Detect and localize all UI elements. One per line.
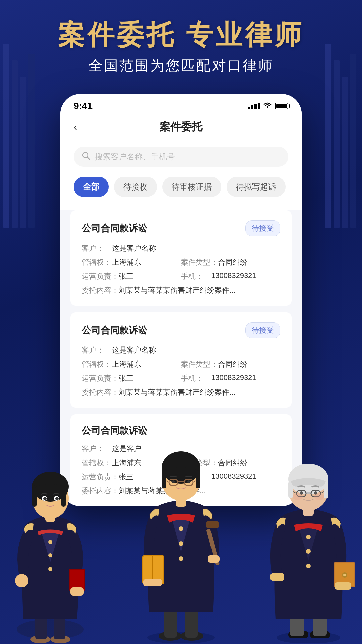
card-header-1: 公司合同款诉讼 待接受 [82, 220, 280, 236]
casetype-value-2: 合同纠纷 [218, 359, 247, 369]
casetype-pair-2: 案件类型： 合同纠纷 [181, 359, 280, 369]
case-card-1[interactable]: 公司合同款诉讼 待接受 客户： 这是客户名称 管辖权： 上海浦东 案件类型： 合… [70, 210, 292, 306]
phone-pair-3: 手机： 13008329321 [181, 472, 280, 482]
card-content-row-1: 委托内容： 刘某某与蒋某某伤害财产纠纷案件... [82, 285, 280, 296]
search-container: 搜索客户名称、手机号 [60, 140, 302, 173]
card-header-3: 公司合同款诉讼 [82, 424, 280, 437]
customer-value-1: 这是客户名称 [112, 243, 156, 253]
phone-pair-2: 手机： 13008329321 [181, 373, 280, 383]
jurisdiction-pair-2: 管辖权： 上海浦东 [82, 359, 181, 369]
svg-rect-1 [12, 60, 18, 228]
content-value-1: 刘某某与蒋某某伤害财产纠纷案件... [119, 285, 235, 296]
tab-pending-draft-label: 待拟写起诉 [236, 182, 276, 191]
tab-pending-receive[interactable]: 待接收 [114, 177, 157, 197]
header-section: 案件委托 专业律师 全国范围为您匹配对口律师 [0, 0, 362, 75]
content-label-3: 委托内容： [82, 486, 119, 496]
operator-value-1: 张三 [119, 271, 133, 281]
customer-label-1: 客户： [82, 243, 112, 253]
svg-line-10 [87, 157, 90, 159]
status-badge-2: 待接受 [245, 322, 280, 338]
casetype-value-3: 合同纠纷 [218, 458, 247, 468]
tabs-container: 全部 待接收 待审核证据 待拟写起诉 [60, 173, 302, 204]
status-bar: 9:41 [60, 94, 302, 115]
jurisdiction-pair-1: 管辖权： 上海浦东 [82, 257, 181, 267]
svg-rect-2 [20, 77, 26, 228]
card-row-pair-1: 管辖权： 上海浦东 案件类型： 合同纠纷 [82, 257, 280, 267]
content-label-1: 委托内容： [82, 285, 119, 296]
phone-mockup: 9:41 [60, 94, 302, 506]
operator-label-2: 运营负责： [82, 373, 119, 383]
card-title-2: 公司合同款诉讼 [82, 324, 147, 337]
card-row-pair-2: 管辖权： 上海浦东 案件类型： 合同纠纷 [82, 359, 280, 369]
phone-label-3: 手机： [181, 472, 211, 482]
operator-pair-1: 运营负责： 张三 [82, 271, 181, 281]
operator-label-3: 运营负责： [82, 472, 119, 482]
tab-all[interactable]: 全部 [74, 177, 109, 197]
back-button[interactable]: ‹ [74, 121, 90, 133]
jurisdiction-label-1: 管辖权： [82, 257, 112, 267]
phone-value-3: 13008329321 [211, 472, 256, 482]
signal-bar-1 [248, 107, 250, 109]
operator-label-1: 运营负责： [82, 271, 119, 281]
search-bar[interactable]: 搜索客户名称、手机号 [74, 147, 288, 167]
content-value-2: 刘某某与蒋某某伤害财产纠纷案件... [119, 387, 235, 397]
signal-bars-icon [248, 103, 260, 109]
customer-label-2: 客户： [82, 345, 112, 355]
sub-title: 全国范围为您匹配对口律师 [0, 56, 362, 75]
battery-icon [275, 103, 288, 109]
customer-label-3: 客户： [82, 444, 112, 454]
nav-title: 案件委托 [90, 120, 272, 135]
jurisdiction-label-2: 管辖权： [82, 359, 112, 369]
svg-rect-7 [350, 54, 356, 228]
casetype-value-1: 合同纠纷 [218, 257, 247, 267]
card-header-2: 公司合同款诉讼 待接受 [82, 322, 280, 338]
case-card-2[interactable]: 公司合同款诉讼 待接受 客户： 这是客户名称 管辖权： 上海浦东 案件类型： 合… [70, 312, 292, 408]
jurisdiction-label-3: 管辖权： [82, 458, 112, 468]
card-title-3: 公司合同款诉讼 [82, 424, 147, 437]
card-row-customer-2: 客户： 这是客户名称 [82, 345, 280, 355]
operator-pair-3: 运营负责： 张三 [82, 472, 181, 482]
card-row-pair-op-1: 运营负责： 张三 手机： 13008329321 [82, 271, 280, 281]
jurisdiction-value-1: 上海浦东 [112, 257, 141, 267]
jurisdiction-pair-3: 管辖权： 上海浦东 [82, 458, 181, 468]
tab-pending-receive-label: 待接收 [123, 182, 147, 191]
casetype-label-3: 案件类型： [181, 458, 218, 468]
card-row-pair-op-3: 运营负责： 张三 手机： 13008329321 [82, 472, 280, 482]
jurisdiction-value-3: 上海浦东 [112, 458, 141, 468]
card-row-pair-3: 管辖权： 上海浦东 案件类型： 合同纠纷 [82, 458, 280, 468]
tab-pending-review-label: 待审核证据 [172, 182, 212, 191]
svg-rect-3 [28, 54, 35, 228]
customer-value-3: 这是客户 [112, 444, 141, 454]
cards-container: 公司合同款诉讼 待接受 客户： 这是客户名称 管辖权： 上海浦东 案件类型： 合… [60, 210, 302, 506]
customer-value-2: 这是客户名称 [112, 345, 156, 355]
status-icons [248, 102, 288, 110]
nav-bar: ‹ 案件委托 [60, 115, 302, 140]
search-placeholder-text: 搜索客户名称、手机号 [95, 151, 175, 162]
svg-point-8 [267, 107, 268, 108]
status-time: 9:41 [74, 101, 93, 111]
card-content-row-3: 委托内容： 刘某某与蒋某某纠纷案件... [82, 486, 280, 496]
casetype-pair-3: 案件类型： 合同纠纷 [181, 458, 280, 468]
battery-fill [276, 104, 287, 108]
operator-value-3: 张三 [119, 472, 133, 482]
phone-label-2: 手机： [181, 373, 211, 383]
jurisdiction-value-2: 上海浦东 [112, 359, 141, 369]
signal-bar-4 [258, 103, 260, 109]
case-card-3[interactable]: 公司合同款诉讼 客户： 这是客户 管辖权： 上海浦东 案件类型： 合同纠纷 [70, 414, 292, 506]
status-badge-1: 待接受 [245, 220, 280, 236]
signal-bar-2 [251, 105, 253, 109]
tab-pending-draft[interactable]: 待拟写起诉 [227, 177, 286, 197]
signal-bar-3 [254, 104, 257, 109]
tab-pending-review[interactable]: 待审核证据 [162, 177, 221, 197]
card-content-row-2: 委托内容： 刘某某与蒋某某伤害财产纠纷案件... [82, 387, 280, 397]
main-title: 案件委托 专业律师 [0, 20, 362, 50]
card-title-1: 公司合同款诉讼 [82, 222, 147, 235]
phone-value-1: 13008329321 [211, 271, 256, 281]
wifi-icon [263, 102, 272, 110]
card-row-customer-1: 客户： 这是客户名称 [82, 243, 280, 253]
phone-label-1: 手机： [181, 271, 211, 281]
svg-rect-5 [334, 60, 340, 228]
svg-rect-6 [342, 77, 348, 228]
phone-container: 9:41 [60, 94, 302, 506]
operator-pair-2: 运营负责： 张三 [82, 373, 181, 383]
